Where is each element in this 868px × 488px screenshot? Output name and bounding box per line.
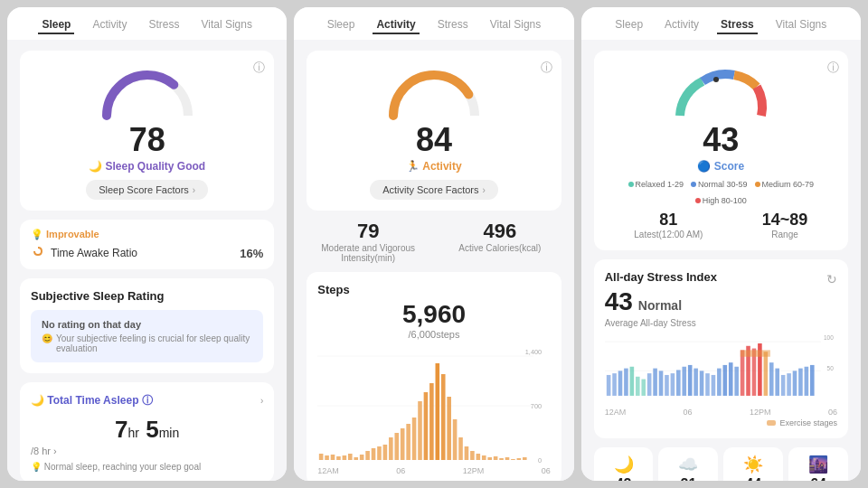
- all-day-title: All-day Stress Index: [605, 270, 717, 284]
- activity-panel: Sleep Activity Stress Vital Signs ⓘ 84 🏃…: [294, 7, 573, 481]
- moderate-label: Moderate and Vigorous Intensity(min): [307, 243, 429, 263]
- svg-rect-16: [383, 445, 388, 460]
- tab-vitals-stress[interactable]: Vital Signs: [772, 16, 830, 34]
- svg-rect-75: [775, 369, 779, 396]
- all-day-number: 43: [605, 287, 633, 316]
- early-morning-card: 🌙 42 Early Morning: [594, 447, 654, 481]
- svg-rect-11: [354, 457, 359, 460]
- svg-rect-9: [343, 455, 347, 460]
- tab-activity-stress[interactable]: Activity: [661, 16, 703, 34]
- tab-vitals-activity[interactable]: Vital Signs: [486, 16, 544, 34]
- total-sleep-header: 🌙 Total Time Asleep ⓘ ›: [31, 393, 263, 408]
- svg-rect-24: [429, 383, 434, 460]
- svg-rect-65: [717, 369, 722, 396]
- sleep-score-number: 78: [31, 124, 263, 156]
- tab-sleep[interactable]: Sleep: [38, 16, 74, 34]
- svg-text:700: 700: [531, 402, 542, 410]
- afternoon-card: ☀️ 44 Afternoon: [723, 447, 783, 481]
- afternoon-icon: ☀️: [727, 455, 779, 474]
- sleep-gauge: [93, 61, 202, 120]
- svg-rect-51: [636, 377, 640, 396]
- all-day-section: All-day Stress Index ↻ 43 Normal Average…: [594, 259, 848, 438]
- expand-icon[interactable]: ›: [260, 396, 263, 406]
- svg-rect-47: [612, 373, 617, 396]
- svg-text:1,400: 1,400: [525, 348, 542, 356]
- sleep-score-label: 🌙 Sleep Quality Good: [31, 160, 263, 173]
- svg-rect-55: [658, 371, 663, 396]
- activity-info-icon[interactable]: ⓘ: [541, 60, 552, 76]
- svg-rect-5: [319, 454, 324, 460]
- svg-rect-52: [641, 380, 646, 396]
- svg-rect-63: [705, 373, 710, 396]
- latest-value: 81: [634, 211, 703, 230]
- sleep-score-section: ⓘ 78 🌙 Sleep Quality Good Sleep Score Fa…: [20, 51, 274, 211]
- info-icon[interactable]: ⓘ: [253, 60, 265, 76]
- no-rating-sub: 😊 Your subjective feeling is crucial for…: [42, 333, 252, 353]
- range-label: Range: [762, 230, 808, 239]
- evening-value: 64: [792, 476, 844, 481]
- tab-stress-activity[interactable]: Stress: [434, 16, 472, 34]
- svg-rect-54: [653, 369, 657, 396]
- svg-rect-19: [401, 428, 405, 460]
- stress-gauge: [666, 61, 775, 120]
- tab-stress-sleep[interactable]: Stress: [145, 16, 183, 34]
- exercise-legend: Exercise stages: [605, 418, 837, 427]
- svg-rect-66: [722, 365, 727, 396]
- stress-score-section: ⓘ 43 🔵 Score Relaxed 1-29: [594, 51, 848, 250]
- morning-value: 21: [662, 476, 714, 481]
- activity-content: ⓘ 84 🏃 Activity Activity Score Factors ›…: [294, 40, 573, 481]
- sleep-time-display: 7hr 5min: [31, 416, 263, 444]
- svg-rect-21: [412, 418, 417, 460]
- svg-rect-26: [441, 374, 446, 460]
- stress-content: ⓘ 43 🔵 Score Relaxed 1-29: [581, 40, 861, 481]
- chart-label-06: 06: [396, 466, 405, 475]
- evening-card: 🌆 64 Evening: [788, 447, 848, 481]
- stress-chart: 100 50: [605, 333, 837, 406]
- latest-label: Latest(12:00 AM): [634, 230, 703, 239]
- svg-rect-27: [448, 397, 452, 460]
- svg-rect-10: [348, 454, 353, 460]
- time-cards: 🌙 42 Early Morning ☁️ 21 Morning ☀️ 44 A…: [594, 447, 848, 481]
- activity-gauge: [380, 61, 488, 120]
- calories-box: 496 Active Calories(kcal): [439, 220, 561, 263]
- svg-rect-77: [787, 373, 791, 396]
- svg-rect-48: [618, 371, 622, 396]
- range-stress: 14~89 Range: [762, 211, 808, 239]
- svg-rect-32: [476, 454, 481, 460]
- tab-vitals-sleep[interactable]: Vital Signs: [197, 16, 255, 34]
- svg-rect-17: [389, 437, 393, 460]
- stress-info-icon[interactable]: ⓘ: [827, 60, 839, 76]
- latest-stress: 81 Latest(12:00 AM): [634, 211, 703, 239]
- tab-stress[interactable]: Stress: [717, 16, 758, 34]
- stress-tab-bar: Sleep Activity Stress Vital Signs: [581, 7, 861, 40]
- steps-title: Steps: [317, 283, 550, 296]
- svg-rect-8: [336, 456, 341, 460]
- activity-factors-button[interactable]: Activity Score Factors ›: [370, 180, 498, 200]
- tab-sleep-stress[interactable]: Sleep: [611, 16, 646, 34]
- activity-score-label: 🏃 Activity: [317, 160, 550, 173]
- sleep-factors-button[interactable]: Sleep Score Factors ›: [86, 180, 208, 200]
- svg-rect-69: [740, 350, 744, 396]
- svg-rect-67: [729, 362, 733, 396]
- range-value: 14~89: [762, 211, 808, 230]
- time-awake-name: Time Awake Ratio: [31, 246, 137, 260]
- moderate-intensity-box: 79 Moderate and Vigorous Intensity(min): [307, 220, 429, 263]
- svg-rect-18: [395, 433, 400, 460]
- tab-activity-sleep[interactable]: Activity: [89, 16, 130, 34]
- sleep-tab-bar: Sleep Activity Stress Vital Signs: [7, 7, 287, 40]
- svg-rect-35: [494, 456, 498, 460]
- refresh-icon[interactable]: ↻: [826, 272, 837, 286]
- swirl-icon: [31, 246, 45, 260]
- tab-activity[interactable]: Activity: [373, 16, 419, 34]
- sleep-goal[interactable]: /8 hr ›: [31, 446, 263, 456]
- svg-rect-33: [482, 455, 486, 460]
- svg-rect-15: [377, 446, 382, 460]
- no-rating-box: No rating on that day 😊 Your subjective …: [31, 310, 263, 362]
- sleep-panel: Sleep Activity Stress Vital Signs ⓘ 78 🌙…: [7, 7, 287, 481]
- stress-score-number: 43: [605, 124, 837, 156]
- svg-rect-40: [523, 457, 527, 460]
- sleep-content: ⓘ 78 🌙 Sleep Quality Good Sleep Score Fa…: [7, 40, 287, 481]
- svg-point-41: [713, 77, 719, 82]
- svg-text:0: 0: [538, 456, 542, 465]
- tab-sleep-activity[interactable]: Sleep: [324, 16, 359, 34]
